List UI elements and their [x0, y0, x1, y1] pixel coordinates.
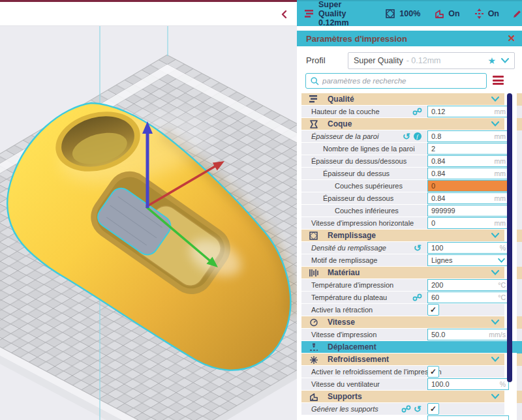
partial-input-cutoff: [427, 415, 509, 420]
search-box[interactable]: [305, 73, 487, 89]
setting-input[interactable]: 0.84mm: [427, 168, 509, 179]
function-icon[interactable]: f: [412, 132, 423, 142]
setting-unit: mm: [495, 132, 506, 140]
setting-checkbox[interactable]: ✓: [427, 304, 439, 316]
setting-input[interactable]: 0.84mm: [427, 155, 509, 167]
setting-value: 50.0: [431, 331, 489, 338]
select-value: Lignes: [431, 256, 498, 264]
section-title: Vitesse: [328, 318, 355, 327]
collapse-panel-chevron-icon[interactable]: [279, 8, 290, 20]
chevron-down-icon[interactable]: [491, 270, 499, 275]
setting-row: Activer la rétraction ✓: [301, 304, 504, 316]
setting-select[interactable]: Lignes: [427, 254, 509, 266]
material-icon: [309, 269, 318, 277]
revert-icon[interactable]: ↺: [412, 243, 423, 253]
setting-label: Vitesse d'impression horizontale: [311, 219, 414, 227]
setting-value: 2: [431, 145, 506, 153]
edge-strip-segment: [517, 341, 522, 353]
scrollbar-thumb[interactable]: [507, 93, 512, 382]
setting-row: Couches supérieures 0: [301, 180, 504, 192]
search-input[interactable]: [322, 77, 486, 85]
setting-unit: mm: [495, 219, 506, 227]
setting-input[interactable]: 0.12mm: [427, 106, 509, 117]
setting-label: Vitesse d'impression: [311, 331, 376, 338]
viewport-toolbar: [0, 0, 297, 26]
link-icon[interactable]: [412, 293, 423, 303]
setting-unit: mm: [495, 157, 506, 165]
edge-strip-segment: [517, 353, 522, 366]
panel-edge-strip: [517, 93, 522, 420]
setting-row: Température du plateau 60°C: [301, 292, 504, 303]
3d-viewport[interactable]: [0, 26, 297, 420]
chevron-down-icon[interactable]: [491, 97, 499, 102]
setting-input[interactable]: 0mm: [427, 217, 509, 229]
setting-label: Générer les supports: [311, 405, 378, 413]
section-header-speed[interactable]: Vitesse: [301, 316, 504, 328]
setting-row: Épaisseur du dessus/dessous 0.84mm: [301, 155, 504, 167]
setting-input[interactable]: 0.84mm: [427, 192, 509, 204]
setting-input[interactable]: 2: [427, 143, 509, 155]
travel-icon: [309, 343, 318, 352]
setting-input[interactable]: 200°C: [427, 279, 509, 291]
setting-value: 100: [431, 244, 500, 252]
setting-label: Épaisseur du dessus/dessous: [311, 157, 407, 165]
toolbar-profile-label[interactable]: Super Quality 0.12mm: [318, 0, 362, 27]
link-icon[interactable]: [401, 404, 412, 414]
layers-icon: [309, 95, 318, 104]
adhesion-icon: [474, 8, 484, 19]
section-header-shell[interactable]: Coque: [301, 118, 504, 130]
section-header-infill[interactable]: Remplissage: [301, 230, 504, 241]
section-header-material[interactable]: Matériau: [301, 267, 504, 278]
profile-chevron-down-icon[interactable]: [501, 58, 509, 63]
setting-value: 60: [431, 293, 498, 301]
setting-checkbox[interactable]: ✓: [427, 366, 439, 378]
revert-icon[interactable]: ↺: [412, 404, 423, 414]
setting-input[interactable]: 100%: [427, 242, 509, 254]
setting-unit: mm: [495, 194, 506, 202]
section-title: Refroidissement: [328, 355, 389, 364]
revert-icon[interactable]: ↺: [401, 132, 412, 142]
setting-input[interactable]: 999999: [427, 205, 509, 217]
setting-row: Vitesse d'impression 50.0mm/s: [301, 329, 504, 340]
chevron-down-icon[interactable]: [491, 320, 499, 325]
section-title: Déplacement: [328, 342, 376, 352]
chevron-down-icon[interactable]: [491, 233, 499, 238]
chevron-down-icon[interactable]: [491, 394, 499, 399]
support-icon: [435, 9, 444, 19]
setting-value: 0.12: [431, 108, 495, 115]
chevron-down-icon[interactable]: [491, 121, 499, 127]
setting-checkbox[interactable]: ✓: [427, 403, 439, 415]
profile-dropdown[interactable]: Super Quality - 0.12mm ★: [348, 52, 515, 69]
setting-row: Épaisseur du dessous 0.84mm: [301, 192, 504, 204]
setting-unit: %: [500, 244, 506, 252]
section-header-support[interactable]: Supports: [301, 391, 504, 402]
settings-menu-icon[interactable]: [493, 76, 504, 85]
setting-label: Motif de remplissage: [311, 256, 378, 264]
profile-row: Profil Super Quality - 0.12mm ★: [297, 51, 522, 70]
setting-row: Nombre de lignes de la paroi 2: [301, 143, 504, 155]
setting-value: 0.8: [431, 132, 495, 140]
chevron-down-icon[interactable]: [491, 357, 499, 362]
edge-strip-segment: [517, 93, 522, 106]
setting-label: Nombre de lignes de la paroi: [323, 145, 415, 153]
edge-strip-segment: [517, 230, 522, 242]
setting-value: 200: [431, 281, 498, 289]
edit-pencil-icon[interactable]: [512, 9, 522, 19]
setting-input[interactable]: 60°C: [427, 292, 509, 303]
toolbar-infill-value[interactable]: 100%: [399, 9, 420, 18]
toolbar-support-value[interactable]: On: [448, 9, 459, 18]
link-icon[interactable]: [412, 107, 423, 117]
toolbar-adhesion-value[interactable]: On: [488, 9, 499, 18]
close-icon[interactable]: ✕: [507, 33, 515, 44]
favorite-star-icon[interactable]: ★: [487, 55, 496, 66]
setting-row: Hauteur de la couche 0.12mm: [301, 106, 504, 117]
section-header-layers[interactable]: Qualité: [301, 93, 504, 105]
setting-input[interactable]: 0.8mm: [427, 130, 509, 142]
settings-list: Qualité Hauteur de la couche 0.12mm Coqu…: [301, 93, 504, 415]
section-header-travel[interactable]: Déplacement: [301, 341, 522, 353]
setting-input[interactable]: 0: [427, 180, 509, 192]
setting-input[interactable]: 100.0%: [427, 378, 509, 390]
section-header-cooling[interactable]: Refroidissement: [301, 353, 504, 365]
setting-label: Température d'impression: [311, 281, 393, 289]
setting-input[interactable]: 50.0mm/s: [427, 329, 509, 340]
